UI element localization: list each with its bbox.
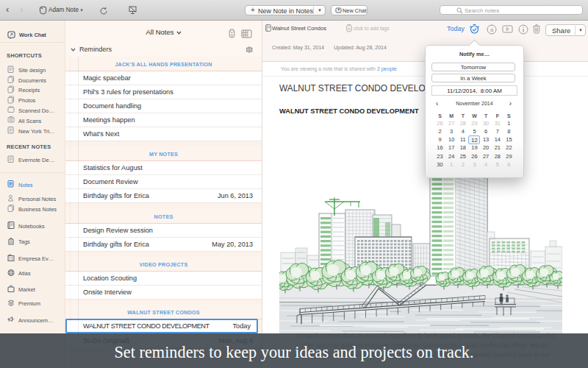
svg-text:a: a	[490, 26, 494, 33]
